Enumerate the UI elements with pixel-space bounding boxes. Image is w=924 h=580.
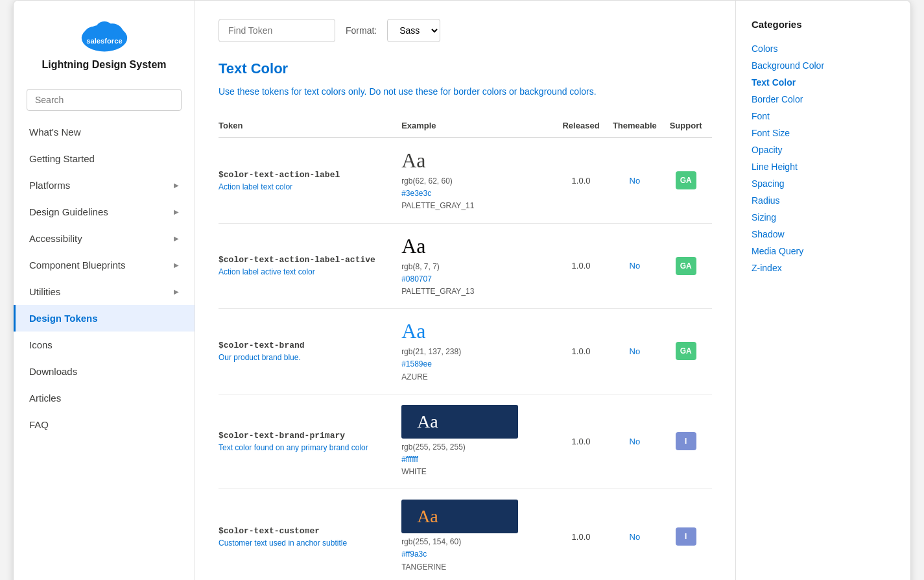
sidebar-item-component-blueprints[interactable]: Component Blueprints▶	[14, 252, 195, 278]
svg-text:salesforce: salesforce	[86, 37, 122, 45]
app-title: Lightning Design System	[41, 59, 166, 71]
table-row: $color-text-brand-primaryText color foun…	[219, 394, 712, 489]
category-link-line-height[interactable]: Line Height	[752, 158, 895, 175]
sidebar-item-whats-new[interactable]: What's New	[14, 119, 195, 145]
sidebar-logo-area: salesforce Lightning Design System	[14, 1, 195, 81]
token-name: $color-text-action-label	[219, 170, 394, 180]
token-desc: Action label text color	[219, 182, 394, 191]
toolbar: Format: Sass CSS Less	[219, 19, 712, 42]
token-name-cell: $color-text-action-label-activeAction la…	[219, 223, 401, 309]
example-hex: #ffffff	[401, 455, 418, 464]
support-badge: GA	[676, 342, 696, 360]
token-released-cell: 1.0.0	[560, 489, 610, 580]
section-title: Text Color	[219, 60, 712, 77]
example-text: Aa	[417, 411, 438, 431]
token-themeable-cell: No	[610, 223, 667, 309]
chevron-right-icon: ▶	[174, 261, 179, 269]
token-name: $color-text-brand	[219, 341, 394, 350]
col-released: Released	[560, 114, 610, 138]
sidebar-item-label-icons: Icons	[29, 339, 53, 350]
token-example-cell: Aa rgb(62, 62, 60) #3e3e3c PALETTE_GRAY_…	[401, 138, 560, 223]
sidebar-item-label-whats-new: What's New	[29, 127, 81, 138]
token-released-cell: 1.0.0	[560, 394, 610, 489]
category-link-colors[interactable]: Colors	[752, 40, 895, 57]
categories-list: ColorsBackground ColorText ColorBorder C…	[752, 40, 895, 276]
chevron-right-icon: ▶	[174, 288, 179, 295]
salesforce-logo: salesforce	[78, 16, 130, 53]
token-support-cell: GA	[667, 223, 712, 309]
sidebar: salesforce Lightning Design System What'…	[14, 1, 195, 580]
sidebar-item-icons[interactable]: Icons	[14, 332, 195, 358]
category-link-shadow[interactable]: Shadow	[752, 226, 895, 243]
category-link-text-color[interactable]: Text Color	[752, 74, 895, 91]
category-link-z-index[interactable]: Z-index	[752, 260, 895, 276]
token-name-cell: $color-text-customerCustomer text used i…	[219, 489, 401, 580]
table-row: $color-text-action-labelAction label tex…	[219, 138, 712, 223]
category-link-border-color[interactable]: Border Color	[752, 91, 895, 108]
token-desc: Customer text used in anchor subtitle	[219, 538, 394, 548]
sidebar-item-label-downloads: Downloads	[29, 366, 77, 377]
section-desc: Use these tokens for text colors only. D…	[219, 85, 712, 99]
token-support-cell: I	[667, 489, 712, 580]
example-meta: rgb(255, 154, 60) #ff9a3c TANGERINE	[401, 536, 552, 574]
category-link-background-color[interactable]: Background Color	[752, 57, 895, 74]
support-badge: I	[676, 527, 696, 546]
category-link-font[interactable]: Font	[752, 108, 895, 125]
token-released-cell: 1.0.0	[560, 309, 610, 394]
token-desc: Our product brand blue.	[219, 353, 394, 362]
sidebar-item-design-guidelines[interactable]: Design Guidelines▶	[14, 199, 195, 225]
token-desc: Action label active text color	[219, 267, 394, 276]
sidebar-item-articles[interactable]: Articles	[14, 385, 195, 411]
table-row: $color-text-brandOur product brand blue.…	[219, 309, 712, 394]
sidebar-item-platforms[interactable]: Platforms▶	[14, 172, 195, 199]
sidebar-item-label-articles: Articles	[29, 393, 61, 404]
token-themeable-cell: No	[610, 489, 667, 580]
table-row: $color-text-customerCustomer text used i…	[219, 489, 712, 580]
search-input[interactable]	[27, 89, 182, 111]
token-themeable-cell: No	[610, 394, 667, 489]
format-label: Format:	[346, 25, 377, 36]
category-link-radius[interactable]: Radius	[752, 192, 895, 209]
example-hex: #3e3e3c	[401, 189, 431, 198]
right-panel: Categories ColorsBackground ColorText Co…	[735, 1, 910, 580]
token-name: $color-text-customer	[219, 526, 394, 536]
sidebar-item-utilities[interactable]: Utilities▶	[14, 278, 195, 305]
category-link-spacing[interactable]: Spacing	[752, 175, 895, 192]
example-meta: rgb(21, 137, 238) #1589ee AZURE	[401, 346, 552, 383]
token-table: Token Example Released Themeable Support…	[219, 114, 712, 580]
example-text: Aa	[417, 506, 438, 526]
token-example-cell: Aa rgb(21, 137, 238) #1589ee AZURE	[401, 309, 560, 394]
token-example-cell: Aa rgb(8, 7, 7) #080707 PALETTE_GRAY_13	[401, 223, 560, 309]
sidebar-item-getting-started[interactable]: Getting Started	[14, 145, 195, 172]
sidebar-item-accessibility[interactable]: Accessibility▶	[14, 225, 195, 252]
example-text: Aa	[401, 319, 552, 343]
category-link-media-query[interactable]: Media Query	[752, 243, 895, 260]
support-badge: I	[676, 432, 696, 450]
sidebar-item-label-getting-started: Getting Started	[29, 153, 95, 164]
table-row: $color-text-action-label-activeAction la…	[219, 223, 712, 309]
example-meta: rgb(8, 7, 7) #080707 PALETTE_GRAY_13	[401, 261, 552, 298]
sidebar-item-label-design-guidelines: Design Guidelines	[29, 206, 108, 217]
token-example-cell: Aa rgb(255, 154, 60) #ff9a3c TANGERINE	[401, 489, 560, 580]
token-name-cell: $color-text-brand-primaryText color foun…	[219, 394, 401, 489]
token-support-cell: GA	[667, 309, 712, 394]
token-released-cell: 1.0.0	[560, 138, 610, 223]
sidebar-item-design-tokens[interactable]: Design Tokens	[14, 305, 195, 332]
category-link-font-size[interactable]: Font Size	[752, 125, 895, 141]
sidebar-item-downloads[interactable]: Downloads	[14, 358, 195, 385]
token-support-cell: I	[667, 394, 712, 489]
find-token-input[interactable]	[219, 19, 335, 42]
format-select[interactable]: Sass CSS Less	[387, 19, 440, 42]
chevron-right-icon: ▶	[174, 235, 179, 242]
chevron-right-icon: ▶	[174, 208, 179, 215]
sidebar-item-faq[interactable]: FAQ	[14, 411, 195, 438]
support-badge: GA	[676, 171, 696, 189]
support-badge: GA	[676, 257, 696, 275]
example-box: Aa	[401, 405, 518, 439]
example-text: Aa	[401, 149, 552, 173]
category-link-sizing[interactable]: Sizing	[752, 209, 895, 226]
token-desc: Text color found on any primary brand co…	[219, 443, 394, 452]
col-support: Support	[667, 114, 712, 138]
token-name: $color-text-action-label-active	[219, 255, 394, 265]
category-link-opacity[interactable]: Opacity	[752, 141, 895, 158]
